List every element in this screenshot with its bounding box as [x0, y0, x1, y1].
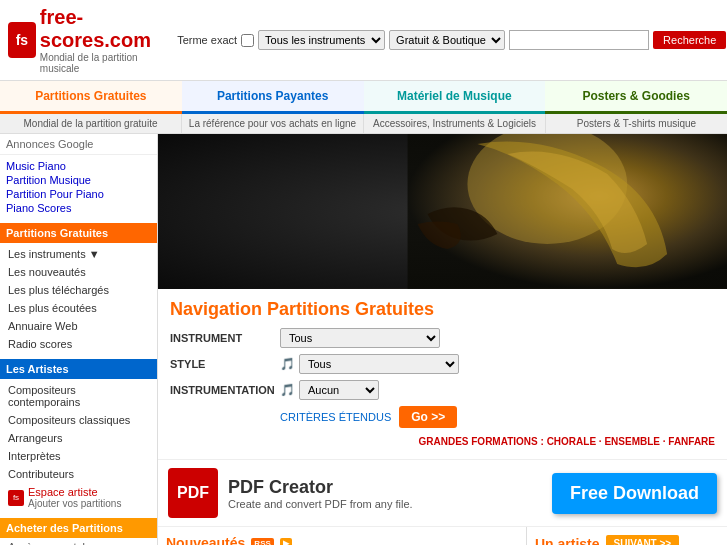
tab-materiel[interactable]: Matériel de Musique: [364, 81, 546, 114]
search-area: Terme exact Tous les instruments Gratuit…: [177, 30, 726, 50]
ad-title: PDF Creator: [228, 477, 542, 498]
sidebar-item-nouveautes[interactable]: Les nouveautés: [0, 263, 157, 281]
chorale-link[interactable]: CHORALE: [547, 436, 596, 447]
form-style-row: STYLE 🎵 Tous: [170, 354, 715, 374]
criteres-link[interactable]: CRITÈRES ÉTENDUS: [280, 411, 391, 423]
espace-artiste-item[interactable]: fs Espace artiste Ajouter vos partitions: [0, 483, 157, 512]
logo-area: fs free-scores.com Mondial de la partiti…: [8, 6, 159, 74]
artiste-title: Un artiste: [535, 536, 600, 546]
bottom-columns: Nouveautés RSS ▶ depuis le 2011 - juille…: [158, 527, 727, 545]
instrumentation-icon: 🎵: [280, 383, 295, 397]
logo-icon: fs: [8, 22, 36, 58]
ad-text: PDF Creator Create and convert PDF from …: [228, 477, 542, 510]
artistes-header: Les Artistes: [0, 359, 157, 379]
sub-nav: Mondial de la partition gratuite La réfé…: [0, 114, 727, 134]
instrument-select[interactable]: Tous: [280, 328, 440, 348]
tab-gratuites[interactable]: Partitions Gratuites: [0, 81, 182, 114]
form-criteres-row: CRITÈRES ÉTENDUS Go >>: [170, 406, 715, 428]
sidebar: Annonces Google Music Piano Partition Mu…: [0, 134, 158, 545]
ad-music-piano[interactable]: Music Piano: [6, 159, 151, 173]
acheter-header: Acheter des Partitions: [0, 518, 157, 538]
acheter-acces: Accès aux catalogues: [0, 538, 157, 545]
form-instrumentation-row: INSTRUMENTATION 🎵 Aucun: [170, 380, 715, 400]
sidebar-item-contributeurs[interactable]: Contributeurs: [0, 465, 157, 483]
ad-piano-scores[interactable]: Piano Scores: [6, 201, 151, 215]
nouveautes-column: Nouveautés RSS ▶ depuis le 2011 - juille…: [158, 527, 527, 545]
instrument-select-header[interactable]: Tous les instruments: [258, 30, 385, 50]
style-select[interactable]: Tous: [299, 354, 459, 374]
partitions-gratuites-items: Les instruments ▼ Les nouveautés Les plu…: [0, 243, 157, 355]
content-area: Navigation Partitions Gratuites INSTRUME…: [158, 134, 727, 545]
nouveautes-title: Nouveautés: [166, 535, 245, 545]
header: fs free-scores.com Mondial de la partiti…: [0, 0, 727, 81]
tab-payantes[interactable]: Partitions Payantes: [182, 81, 364, 114]
sidebar-item-interpretes[interactable]: Interprètes: [0, 447, 157, 465]
sidebar-item-ecoutees[interactable]: Les plus écoutées: [0, 299, 157, 317]
pdf-ad-banner: PDF PDF Creator Create and convert PDF f…: [158, 460, 727, 527]
free-download-button[interactable]: Free Download: [552, 473, 717, 514]
hero-banner: [158, 134, 727, 289]
sidebar-item-instruments[interactable]: Les instruments ▼: [0, 245, 157, 263]
style-label: STYLE: [170, 358, 280, 370]
partitions-gratuites-header: Partitions Gratuites: [0, 223, 157, 243]
sub-nav-posters[interactable]: Posters & T-shirts musique: [546, 114, 727, 133]
annonces-ads: Music Piano Partition Musique Partition …: [0, 155, 157, 219]
sub-nav-materiel[interactable]: Accessoires, Instruments & Logiciels: [364, 114, 546, 133]
sidebar-item-classiques[interactable]: Compositeurs classiques: [0, 411, 157, 429]
nav-section-title: Navigation Partitions Gratuites: [170, 299, 715, 320]
ensemble-link[interactable]: ENSEMBLE: [604, 436, 660, 447]
logo-text[interactable]: free-scores.com: [40, 6, 159, 52]
instrumentation-select[interactable]: Aucun: [299, 380, 379, 400]
pdf-logo: PDF: [168, 468, 218, 518]
espace-artiste-label[interactable]: Espace artiste: [28, 486, 121, 498]
rss-icon[interactable]: RSS: [251, 538, 273, 546]
ajouter-partitions-label: Ajouter vos partitions: [28, 498, 121, 509]
search-term-label: Terme exact: [177, 34, 237, 46]
navigation-partitions: Navigation Partitions Gratuites INSTRUME…: [158, 289, 727, 460]
search-input[interactable]: [509, 30, 649, 50]
instrument-label: INSTRUMENT: [170, 332, 280, 344]
instrumentation-label: INSTRUMENTATION: [170, 384, 280, 396]
sidebar-item-arrangeurs[interactable]: Arrangeurs: [0, 429, 157, 447]
saxophone-image: [158, 134, 727, 289]
nouveautes-header: Nouveautés RSS ▶: [166, 535, 518, 545]
gratuit-boutique-select[interactable]: Gratuit & Boutique: [389, 30, 505, 50]
annonces-header: Annonces Google: [0, 134, 157, 155]
main-layout: Annonces Google Music Piano Partition Mu…: [0, 134, 727, 545]
ad-subtitle: Create and convert PDF from any file.: [228, 498, 542, 510]
logo-tagline: Mondial de la partition musicale: [40, 52, 159, 74]
go-button[interactable]: Go >>: [399, 406, 457, 428]
pdf-label: PDF: [177, 484, 209, 502]
artiste-column: Un artiste SUIVANT >> Vignon Denys 🇫🇷 Fr…: [527, 527, 727, 545]
sidebar-item-radio[interactable]: Radio scores: [0, 335, 157, 353]
artistes-items: Compositeurs contemporains Compositeurs …: [0, 379, 157, 514]
suivant-button[interactable]: SUIVANT >>: [606, 535, 680, 545]
fanfare-link[interactable]: FANFARE: [668, 436, 715, 447]
tab-posters[interactable]: Posters & Goodies: [545, 81, 727, 114]
sidebar-item-telecharges[interactable]: Les plus téléchargés: [0, 281, 157, 299]
sub-nav-gratuites[interactable]: Mondial de la partition gratuite: [0, 114, 182, 133]
artiste-header: Un artiste SUIVANT >>: [535, 535, 719, 545]
search-button[interactable]: Recherche: [653, 31, 726, 49]
ad-partition-musique[interactable]: Partition Musique: [6, 173, 151, 187]
ad-partition-piano[interactable]: Partition Pour Piano: [6, 187, 151, 201]
feed-icon[interactable]: ▶: [280, 538, 292, 546]
espace-artiste-icon: fs: [8, 490, 24, 506]
style-icon: 🎵: [280, 357, 295, 371]
sidebar-item-annuaire[interactable]: Annuaire Web: [0, 317, 157, 335]
form-instrument-row: INSTRUMENT Tous: [170, 328, 715, 348]
grandes-formations: GRANDES FORMATIONS : CHORALE · ENSEMBLE …: [170, 434, 715, 449]
sub-nav-payantes[interactable]: La référence pour vos achats en ligne: [182, 114, 364, 133]
terme-exact-checkbox[interactable]: [241, 34, 254, 47]
sidebar-item-contemporains[interactable]: Compositeurs contemporains: [0, 381, 157, 411]
nav-tabs: Partitions Gratuites Partitions Payantes…: [0, 81, 727, 114]
